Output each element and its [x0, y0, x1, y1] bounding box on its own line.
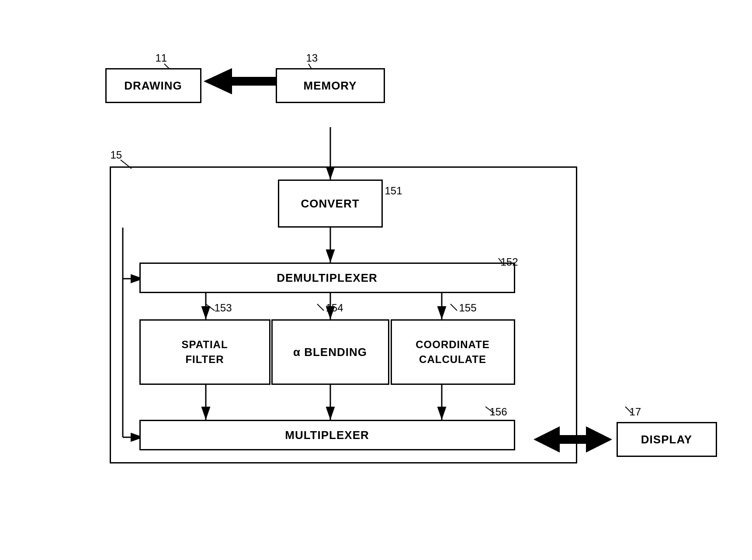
multiplexer-box: MULTIPLEXER	[139, 420, 515, 450]
ref-153: 153	[215, 302, 232, 314]
ref-156: 156	[490, 406, 507, 418]
demultiplexer-box: DEMULTIPLEXER	[139, 263, 515, 293]
alpha-blending-label: α BLENDING	[293, 346, 367, 359]
demultiplexer-label: DEMULTIPLEXER	[277, 271, 378, 285]
ref-155: 155	[459, 302, 477, 314]
spatial-filter-label: SPATIALFILTER	[181, 337, 228, 366]
ref-17: 17	[630, 406, 641, 418]
display-label: DISPLAY	[641, 433, 692, 446]
diagram: DRAWING MEMORY 11 13 15 CONVERT 151 DEMU…	[70, 40, 682, 520]
ref-11: 11	[156, 52, 167, 64]
display-box: DISPLAY	[617, 422, 717, 457]
ref-154: 154	[326, 302, 343, 314]
ref-15: 15	[111, 149, 122, 161]
convert-label: CONVERT	[301, 197, 359, 211]
coordinate-calculate-label: COORDINATECALCULATE	[416, 337, 490, 366]
drawing-box: DRAWING	[105, 68, 201, 103]
ref-152: 152	[501, 256, 518, 268]
memory-box: MEMORY	[276, 68, 385, 103]
multiplexer-label: MULTIPLEXER	[285, 429, 369, 442]
ref-13: 13	[306, 52, 318, 64]
convert-box: CONVERT	[278, 180, 383, 228]
alpha-blending-box: α BLENDING	[271, 319, 389, 385]
coordinate-calculate-box: COORDINATECALCULATE	[391, 319, 515, 385]
memory-label: MEMORY	[303, 79, 357, 93]
ref-151: 151	[385, 185, 402, 197]
spatial-filter-box: SPATIALFILTER	[139, 319, 270, 385]
drawing-label: DRAWING	[124, 79, 182, 93]
